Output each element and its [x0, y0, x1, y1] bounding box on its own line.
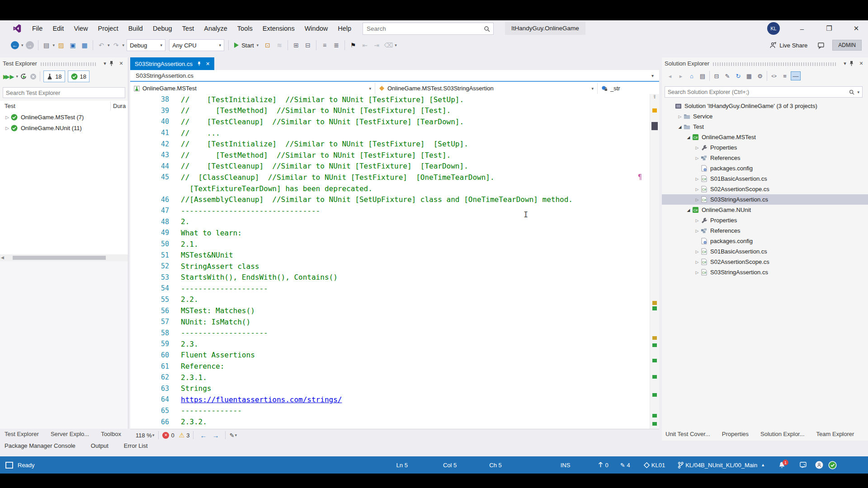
code-line[interactable]: 47-------------------------------- — [130, 205, 650, 216]
warning-marker[interactable] — [652, 108, 657, 113]
clear-bookmarks-icon[interactable]: ⌫ — [383, 40, 393, 50]
expander-icon[interactable]: ◢ — [677, 125, 683, 129]
navigate-back-dropdown-icon[interactable]: ▾ — [21, 43, 24, 47]
tool-tab-solution-explor[interactable]: Solution Explor... — [760, 431, 805, 437]
collapse-all-icon[interactable]: ⊟ — [712, 71, 722, 80]
dock-tab-output[interactable]: Output — [91, 442, 108, 449]
push-icon[interactable] — [598, 462, 603, 468]
start-debug-button[interactable]: Start▾ — [234, 42, 259, 49]
user-avatar[interactable]: KL — [767, 22, 780, 35]
tree-item-label[interactable]: S02AssertionScope.cs — [710, 258, 769, 265]
back-icon[interactable]: ◂ — [665, 71, 675, 80]
solution-tree-row[interactable]: ▷C#S01BasicAssertion.cs — [662, 174, 868, 184]
test-group-label[interactable]: OnlineGame.MSTest (7) — [21, 114, 84, 121]
expander-icon[interactable]: ▷ — [694, 187, 700, 192]
repeat-last-run-icon[interactable] — [20, 73, 27, 80]
menu-view[interactable]: View — [69, 20, 93, 37]
tree-item-label[interactable]: Test — [693, 123, 704, 130]
pending-edits-icon[interactable]: ✎ — [620, 462, 625, 469]
pending-changes-filter-icon[interactable]: ✎ — [722, 71, 732, 80]
solution-explorer-search[interactable]: ▾ — [665, 86, 863, 98]
save-all-icon[interactable]: ▦ — [80, 40, 90, 50]
solution-configuration-select[interactable]: Debug▾ — [127, 39, 165, 51]
code-line[interactable]: [TextFixtureTearDown] has been deprecate… — [130, 183, 650, 194]
feedback-smiley-icon[interactable] — [800, 462, 807, 469]
code-line[interactable]: 64https://fluentassertions.com/strings/ — [130, 394, 650, 405]
search-box[interactable] — [363, 23, 494, 35]
expander-icon[interactable]: ▷ — [4, 115, 11, 120]
menu-extensions[interactable]: Extensions — [258, 20, 300, 37]
solution-tree-row[interactable]: ▷C#S03StringAssertion.cs — [662, 267, 868, 277]
code-line[interactable]: 57NUnit: IsMatch() — [130, 316, 650, 328]
tree-item-label[interactable]: Solution 'ItHandyGuy.OnlineGame' (3 of 3… — [684, 103, 817, 109]
error-icon[interactable]: ✕ — [162, 432, 169, 439]
navigate-to-icon[interactable]: ⊟ — [303, 40, 313, 50]
next-bookmark-icon[interactable]: ⇥ — [372, 40, 382, 50]
solution-tree-row[interactable]: ◢Test — [662, 122, 868, 132]
run-tests-icon[interactable]: ▶ — [10, 73, 14, 80]
code-line[interactable]: 43// [TestMethod] //Similar to NUnit [Te… — [130, 150, 650, 161]
zoom-dropdown-icon[interactable]: ▾ — [152, 433, 155, 437]
menu-file[interactable]: File — [27, 20, 47, 37]
window-position-icon[interactable]: ▾ — [101, 61, 109, 66]
code-line[interactable]: 56MSTest: Matches() — [130, 305, 650, 316]
live-share-icon[interactable] — [769, 42, 777, 49]
tree-item-label[interactable]: Properties — [710, 217, 737, 224]
menu-project[interactable]: Project — [93, 20, 123, 37]
expander-icon[interactable]: ▷ — [694, 260, 700, 264]
expander-icon[interactable]: ▷ — [694, 218, 700, 223]
code-line[interactable]: 44// [TestCleanup] //Similar to NUnit [T… — [130, 161, 650, 172]
test-explorer-search[interactable] — [3, 87, 125, 98]
code-line[interactable]: 52StringAssert class — [130, 261, 650, 272]
hscroll-thumb[interactable] — [13, 256, 106, 260]
navigate-back-icon[interactable]: ← — [10, 40, 20, 50]
notifications-bell-icon[interactable]: 1 — [778, 461, 785, 469]
cancel-run-icon[interactable] — [30, 73, 37, 80]
repository-name[interactable]: KL01 — [651, 462, 665, 469]
solution-tree-row[interactable]: ◢C#OnlineGame.MSTest — [662, 132, 868, 142]
search-input[interactable] — [363, 25, 484, 32]
expander-icon[interactable]: ▷ — [694, 249, 700, 254]
expander-icon[interactable]: ▷ — [694, 177, 700, 181]
pencil-dropdown-icon[interactable]: ▾ — [235, 433, 237, 437]
open-file-icon[interactable]: ▨ — [56, 40, 66, 50]
forward-icon[interactable]: ▸ — [676, 71, 686, 80]
menu-help[interactable]: Help — [333, 20, 356, 37]
code-line[interactable]: 54-------------------- — [130, 283, 650, 294]
tool-tab-server-explo[interactable]: Server Explo... — [51, 431, 89, 437]
drag-handle[interactable] — [41, 62, 97, 66]
search-icon[interactable] — [849, 89, 854, 95]
branch-name[interactable]: KL/04B_NUnit_KL/00_Main — [685, 462, 757, 469]
new-project-icon[interactable]: ▤ — [42, 40, 52, 50]
test-group-row[interactable]: ▷OnlineGame.MSTest (7) — [0, 112, 128, 122]
code-editor[interactable]: 38// [TestInitialize] //Similar to NUnit… — [130, 94, 650, 429]
passed-tests-filter[interactable]: 18 — [68, 70, 90, 82]
show-all-files-icon[interactable]: ▦ — [744, 71, 754, 80]
tool-tab-test-explorer[interactable]: Test Explorer — [5, 431, 39, 437]
solution-platform-select[interactable]: Any CPU▾ — [169, 39, 224, 51]
home-icon[interactable]: ⌂ — [687, 71, 697, 80]
code-link[interactable]: https://fluentassertions.com/strings/ — [181, 395, 342, 404]
send-feedback-icon[interactable] — [817, 42, 825, 49]
bookmark-dropdown-icon[interactable]: ▾ — [395, 43, 397, 47]
tree-item-label[interactable]: packages.config — [710, 238, 753, 244]
code-line[interactable]: 46//[AssemblyCleanup] //Similar to NUnit… — [130, 194, 650, 205]
expander-icon[interactable]: ▷ — [4, 126, 11, 131]
search-icon[interactable] — [484, 26, 490, 32]
code-line[interactable]: 662.3.2. — [130, 416, 650, 427]
test-list-column-header[interactable]: Test Dura — [0, 101, 128, 112]
solution-tree-row[interactable]: ▷C#S02AssertionScope.cs — [662, 257, 868, 267]
solution-tree-row[interactable]: packages.config — [662, 163, 868, 174]
solution-tree-row[interactable]: ▷C#S02AssertionScope.cs — [662, 184, 868, 194]
document-tab[interactable]: S03StringAssertion.cs ✕ — [130, 57, 214, 70]
switch-views-icon[interactable]: ▤ — [698, 71, 708, 80]
solution-tree-row[interactable]: ◢C#OnlineGame.NUnit — [662, 205, 868, 215]
expander-icon[interactable]: ▷ — [694, 156, 700, 160]
code-line[interactable]: 502.1. — [130, 239, 650, 250]
bookmark-icon[interactable]: ⚑ — [348, 40, 358, 50]
code-line[interactable]: 53StartsWith(), EndsWith(), Contains() — [130, 272, 650, 283]
undo-dropdown-icon[interactable]: ▾ — [108, 43, 110, 47]
test-group-label[interactable]: OnlineGame.NUnit (11) — [21, 125, 82, 131]
dock-tab-package-manager-console[interactable]: Package Manager Console — [5, 442, 75, 449]
drag-handle[interactable] — [713, 62, 837, 66]
